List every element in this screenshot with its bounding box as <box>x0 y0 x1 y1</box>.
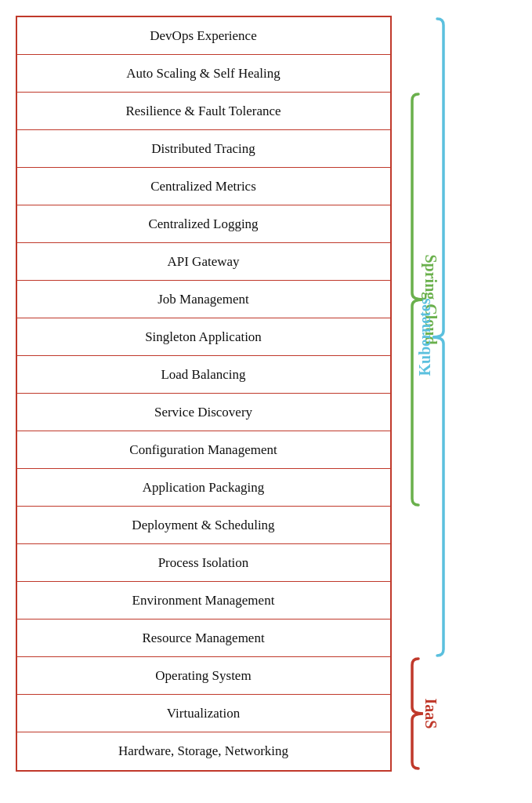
row-item: Centralized Logging <box>17 205 390 243</box>
iaas-bracket-wrapper: IaaS <box>395 16 505 772</box>
row-item: Application Packaging <box>17 469 390 507</box>
row-item: Resilience & Fault Tolerance <box>17 93 390 130</box>
row-item: Configuration Management <box>17 431 390 469</box>
row-item: API Gateway <box>17 243 390 281</box>
row-item: Service Discovery <box>17 394 390 431</box>
brackets-column: Spring CloudKubernetesIaaS <box>395 16 505 772</box>
iaas-bracket-label: IaaS <box>422 699 440 729</box>
spring-cloud-bracket-svg: Spring Cloud <box>395 16 505 772</box>
row-item: Operating System <box>17 657 390 695</box>
row-item: Hardware, Storage, Networking <box>17 732 390 770</box>
spring-cloud-bracket-label: Spring Cloud <box>422 254 440 344</box>
row-item: Process Isolation <box>17 544 390 582</box>
row-item: Virtualization <box>17 695 390 732</box>
row-item: Resource Management <box>17 620 390 657</box>
kubernetes-bracket-svg: Kubernetes <box>395 16 505 772</box>
spring-cloud-bracket-wrapper: Spring Cloud <box>395 16 505 772</box>
row-item: Job Management <box>17 281 390 318</box>
row-item: Load Balancing <box>17 356 390 394</box>
row-item: Deployment & Scheduling <box>17 507 390 544</box>
row-item: DevOps Experience <box>17 17 390 55</box>
row-item: Distributed Tracing <box>17 130 390 168</box>
rows-column: DevOps ExperienceAuto Scaling & Self Hea… <box>16 16 392 772</box>
iaas-bracket-svg: IaaS <box>395 16 505 772</box>
row-item: Centralized Metrics <box>17 168 390 205</box>
kubernetes-bracket-label: Kubernetes <box>415 298 432 376</box>
row-item: Singleton Application <box>17 318 390 356</box>
row-item: Environment Management <box>17 582 390 620</box>
diagram-container: DevOps ExperienceAuto Scaling & Self Hea… <box>16 16 517 772</box>
row-item: Auto Scaling & Self Healing <box>17 55 390 93</box>
kubernetes-bracket-wrapper: Kubernetes <box>395 16 505 772</box>
